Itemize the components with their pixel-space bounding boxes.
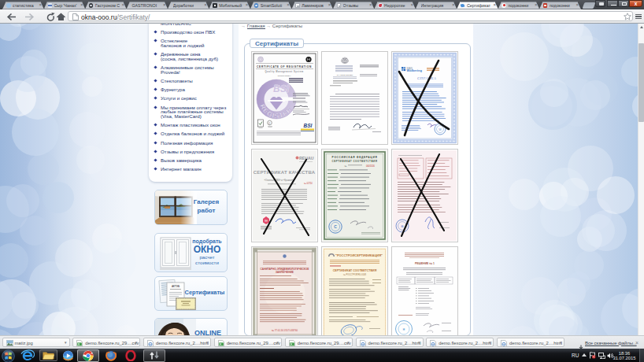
svg-text:BSI: BSI	[304, 123, 313, 128]
svg-text:С: С	[334, 224, 337, 229]
svg-text:⊛: ⊛	[401, 224, 404, 228]
svg-text:RH: RH	[265, 220, 268, 223]
svg-text:РЕШЕНИЕ № 1: РЕШЕНИЕ № 1	[415, 262, 435, 265]
svg-text:W: W	[439, 128, 442, 131]
svg-text:РОССИЙСКАЯ ФЕДЕРАЦИЯ: РОССИЙСКАЯ ФЕДЕРАЦИЯ	[332, 156, 378, 159]
svg-text:№ 02724: № 02724	[304, 182, 313, 185]
svg-text:АКТЭБ: АКТЭБ	[172, 285, 180, 288]
svg-text:№ РОССТРОЙ.RU.0148: № РОССТРОЙ.RU.0148	[343, 273, 367, 276]
svg-text:ЗАКЛЮЧЕНИЕ: ЗАКЛЮЧЕНИЕ	[276, 271, 294, 274]
svg-text:"РОССТРОЙСЕРТИФИКАЦИЯ": "РОССТРОЙСЕРТИФИКАЦИЯ"	[335, 253, 383, 257]
svg-text:№ 77.01.16.574.П.033760: № 77.01.16.574.П.033760	[272, 329, 298, 332]
svg-text:СПРАВКА: СПРАВКА	[417, 76, 436, 80]
svg-text:СЕРТИФИКАТ СООТВЕТСТВИЯ: СЕРТИФИКАТ СООТВЕТСТВИЯ	[332, 160, 378, 163]
svg-text:proWen GmbH: proWen GmbH	[278, 75, 291, 77]
svg-text:0005516: 0005516	[366, 164, 375, 168]
svg-text:«Оконные ПВХ» и «Крамол»: «Оконные ПВХ» и «Крамол»	[264, 179, 294, 182]
svg-text:СЧАСТЬЕ МОСКВЫ: СЧАСТЬЕ МОСКВЫ	[337, 74, 353, 76]
svg-text:Quality Management System: Quality Management System	[265, 70, 303, 73]
svg-text:BSI: BSI	[273, 83, 290, 94]
svg-text:Wölkering: Wölkering	[407, 68, 423, 72]
svg-text:№: №	[345, 165, 347, 168]
svg-text:CERTIFICATE OF REGISTRATION: CERTIFICATE OF REGISTRATION	[257, 65, 312, 68]
svg-text:СЕРТИФИКАТ КАЧЕСТВА: СЕРТИФИКАТ КАЧЕСТВА	[254, 170, 316, 175]
svg-text:СЕРТИФИКАТ СООТВЕТСТВИЯ: СЕРТИФИКАТ СООТВЕТСТВИЯ	[333, 269, 377, 272]
